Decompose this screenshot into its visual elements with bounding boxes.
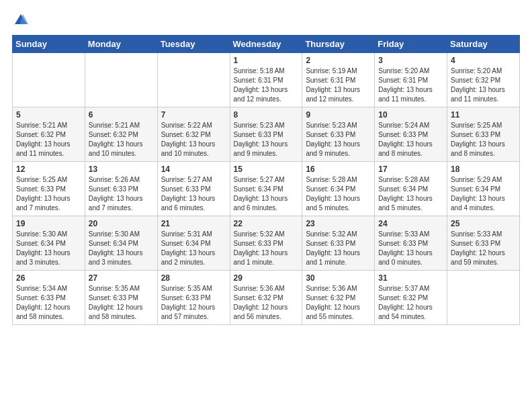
calendar-cell: 26Sunrise: 5:34 AM Sunset: 6:33 PM Dayli… (13, 271, 85, 325)
weekday-header-monday: Monday (85, 36, 157, 53)
day-number: 12 (16, 165, 81, 174)
day-info: Sunrise: 5:35 AM Sunset: 6:33 PM Dayligh… (89, 284, 154, 322)
calendar-cell: 4Sunrise: 5:20 AM Sunset: 6:32 PM Daylig… (447, 53, 520, 107)
calendar-cell: 30Sunrise: 5:36 AM Sunset: 6:32 PM Dayli… (302, 271, 375, 325)
day-info: Sunrise: 5:31 AM Sunset: 6:34 PM Dayligh… (161, 230, 226, 267)
calendar-cell: 11Sunrise: 5:25 AM Sunset: 6:33 PM Dayli… (447, 107, 520, 162)
day-info: Sunrise: 5:27 AM Sunset: 6:33 PM Dayligh… (161, 175, 226, 213)
day-number: 1 (234, 56, 299, 65)
day-info: Sunrise: 5:35 AM Sunset: 6:33 PM Dayligh… (161, 284, 226, 322)
calendar-cell: 9Sunrise: 5:23 AM Sunset: 6:33 PM Daylig… (302, 107, 375, 162)
day-number: 8 (234, 110, 299, 120)
day-info: Sunrise: 5:30 AM Sunset: 6:34 PM Dayligh… (16, 230, 81, 267)
calendar-cell: 22Sunrise: 5:32 AM Sunset: 6:33 PM Dayli… (230, 216, 302, 271)
logo (12, 12, 28, 28)
weekday-header-sunday: Sunday (13, 36, 85, 53)
day-number: 20 (89, 219, 154, 228)
day-info: Sunrise: 5:36 AM Sunset: 6:32 PM Dayligh… (306, 284, 371, 322)
day-info: Sunrise: 5:33 AM Sunset: 6:33 PM Dayligh… (378, 230, 443, 267)
day-info: Sunrise: 5:29 AM Sunset: 6:34 PM Dayligh… (451, 175, 516, 213)
calendar-cell: 27Sunrise: 5:35 AM Sunset: 6:33 PM Dayli… (85, 271, 157, 325)
day-info: Sunrise: 5:37 AM Sunset: 6:32 PM Dayligh… (378, 284, 443, 322)
calendar-cell: 12Sunrise: 5:25 AM Sunset: 6:33 PM Dayli… (13, 162, 85, 216)
calendar-cell (85, 53, 157, 107)
logo-icon (13, 12, 28, 27)
calendar-table: SundayMondayTuesdayWednesdayThursdayFrid… (12, 35, 520, 325)
calendar-cell: 29Sunrise: 5:36 AM Sunset: 6:32 PM Dayli… (230, 271, 302, 325)
day-number: 4 (451, 56, 516, 65)
day-info: Sunrise: 5:23 AM Sunset: 6:33 PM Dayligh… (234, 121, 299, 158)
day-number: 9 (306, 110, 371, 120)
calendar-cell: 6Sunrise: 5:21 AM Sunset: 6:32 PM Daylig… (85, 107, 157, 162)
weekday-header-thursday: Thursday (302, 36, 375, 53)
calendar-cell: 25Sunrise: 5:33 AM Sunset: 6:33 PM Dayli… (447, 216, 520, 271)
calendar-cell: 7Sunrise: 5:22 AM Sunset: 6:32 PM Daylig… (157, 107, 230, 162)
day-info: Sunrise: 5:25 AM Sunset: 6:33 PM Dayligh… (16, 175, 81, 213)
calendar-week-row: 12Sunrise: 5:25 AM Sunset: 6:33 PM Dayli… (13, 162, 520, 216)
day-info: Sunrise: 5:19 AM Sunset: 6:31 PM Dayligh… (306, 66, 371, 104)
day-number: 22 (234, 219, 299, 228)
day-info: Sunrise: 5:32 AM Sunset: 6:33 PM Dayligh… (306, 230, 371, 267)
day-number: 14 (161, 165, 226, 174)
day-number: 7 (161, 110, 226, 120)
header (12, 12, 520, 28)
calendar-cell: 31Sunrise: 5:37 AM Sunset: 6:32 PM Dayli… (375, 271, 447, 325)
calendar-cell: 24Sunrise: 5:33 AM Sunset: 6:33 PM Dayli… (375, 216, 447, 271)
day-info: Sunrise: 5:30 AM Sunset: 6:34 PM Dayligh… (89, 230, 154, 267)
day-info: Sunrise: 5:23 AM Sunset: 6:33 PM Dayligh… (306, 121, 371, 158)
calendar-week-row: 19Sunrise: 5:30 AM Sunset: 6:34 PM Dayli… (13, 216, 520, 271)
day-info: Sunrise: 5:32 AM Sunset: 6:33 PM Dayligh… (234, 230, 299, 267)
day-number: 10 (378, 110, 443, 120)
calendar-cell: 14Sunrise: 5:27 AM Sunset: 6:33 PM Dayli… (157, 162, 230, 216)
day-number: 11 (451, 110, 516, 120)
day-number: 5 (16, 110, 81, 120)
calendar-cell: 28Sunrise: 5:35 AM Sunset: 6:33 PM Dayli… (157, 271, 230, 325)
calendar-cell: 10Sunrise: 5:24 AM Sunset: 6:33 PM Dayli… (375, 107, 447, 162)
calendar-cell (13, 53, 85, 107)
day-number: 21 (161, 219, 226, 228)
day-info: Sunrise: 5:26 AM Sunset: 6:33 PM Dayligh… (89, 175, 154, 213)
day-info: Sunrise: 5:33 AM Sunset: 6:33 PM Dayligh… (451, 230, 516, 267)
calendar-cell: 8Sunrise: 5:23 AM Sunset: 6:33 PM Daylig… (230, 107, 302, 162)
day-number: 25 (451, 219, 516, 228)
weekday-header-wednesday: Wednesday (230, 36, 302, 53)
day-number: 30 (306, 273, 371, 283)
day-info: Sunrise: 5:21 AM Sunset: 6:32 PM Dayligh… (16, 121, 81, 158)
calendar-cell: 21Sunrise: 5:31 AM Sunset: 6:34 PM Dayli… (157, 216, 230, 271)
calendar-cell: 16Sunrise: 5:28 AM Sunset: 6:34 PM Dayli… (302, 162, 375, 216)
day-number: 13 (89, 165, 154, 174)
calendar-week-row: 5Sunrise: 5:21 AM Sunset: 6:32 PM Daylig… (13, 107, 520, 162)
day-info: Sunrise: 5:36 AM Sunset: 6:32 PM Dayligh… (234, 284, 299, 322)
day-number: 26 (16, 273, 81, 283)
day-number: 23 (306, 219, 371, 228)
day-info: Sunrise: 5:28 AM Sunset: 6:34 PM Dayligh… (378, 175, 443, 213)
day-number: 15 (234, 165, 299, 174)
calendar-cell: 5Sunrise: 5:21 AM Sunset: 6:32 PM Daylig… (13, 107, 85, 162)
calendar-cell (447, 271, 520, 325)
day-info: Sunrise: 5:22 AM Sunset: 6:32 PM Dayligh… (161, 121, 226, 158)
calendar-cell: 15Sunrise: 5:27 AM Sunset: 6:34 PM Dayli… (230, 162, 302, 216)
day-number: 6 (89, 110, 154, 120)
day-number: 28 (161, 273, 226, 283)
calendar-cell: 3Sunrise: 5:20 AM Sunset: 6:31 PM Daylig… (375, 53, 447, 107)
day-number: 17 (378, 165, 443, 174)
calendar-week-row: 26Sunrise: 5:34 AM Sunset: 6:33 PM Dayli… (13, 271, 520, 325)
day-number: 18 (451, 165, 516, 174)
day-number: 19 (16, 219, 81, 228)
day-number: 29 (234, 273, 299, 283)
calendar-cell: 13Sunrise: 5:26 AM Sunset: 6:33 PM Dayli… (85, 162, 157, 216)
day-number: 31 (378, 273, 443, 283)
day-info: Sunrise: 5:24 AM Sunset: 6:33 PM Dayligh… (378, 121, 443, 158)
calendar-cell: 1Sunrise: 5:18 AM Sunset: 6:31 PM Daylig… (230, 53, 302, 107)
weekday-header-saturday: Saturday (447, 36, 520, 53)
day-info: Sunrise: 5:27 AM Sunset: 6:34 PM Dayligh… (234, 175, 299, 213)
day-info: Sunrise: 5:20 AM Sunset: 6:31 PM Dayligh… (378, 66, 443, 104)
day-info: Sunrise: 5:34 AM Sunset: 6:33 PM Dayligh… (16, 284, 81, 322)
day-info: Sunrise: 5:21 AM Sunset: 6:32 PM Dayligh… (89, 121, 154, 158)
day-info: Sunrise: 5:28 AM Sunset: 6:34 PM Dayligh… (306, 175, 371, 213)
calendar-cell: 2Sunrise: 5:19 AM Sunset: 6:31 PM Daylig… (302, 53, 375, 107)
day-info: Sunrise: 5:25 AM Sunset: 6:33 PM Dayligh… (451, 121, 516, 158)
calendar-cell: 20Sunrise: 5:30 AM Sunset: 6:34 PM Dayli… (85, 216, 157, 271)
calendar-cell: 19Sunrise: 5:30 AM Sunset: 6:34 PM Dayli… (13, 216, 85, 271)
day-info: Sunrise: 5:18 AM Sunset: 6:31 PM Dayligh… (234, 66, 299, 104)
